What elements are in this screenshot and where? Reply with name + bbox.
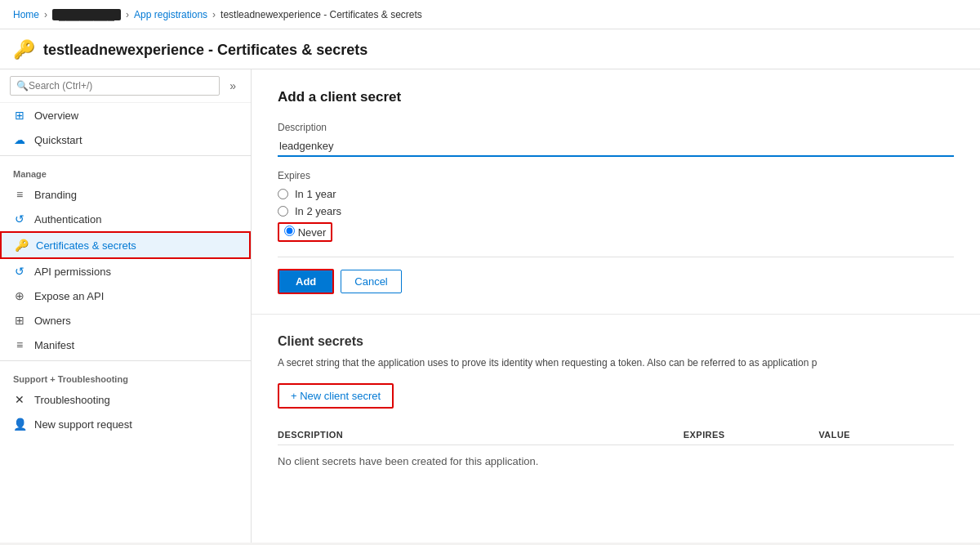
table-empty-message: No client secrets have been created for … <box>278 445 954 477</box>
sidebar-search-area: 🔍 » <box>0 69 251 103</box>
sidebar-item-api-permissions[interactable]: ↺ API permissions <box>0 259 251 284</box>
client-secrets-desc: A secret string that the application use… <box>278 355 954 370</box>
sidebar-collapse-button[interactable]: » <box>225 78 241 94</box>
breadcrumb-sep-3: › <box>212 9 216 20</box>
sidebar-item-label-quickstart: Quickstart <box>34 134 82 146</box>
sidebar-item-troubleshooting[interactable]: ✕ Troubleshooting <box>0 387 251 412</box>
client-secrets-title: Client secrets <box>278 334 954 349</box>
page-title: testleadnewexperience - Certificates & s… <box>43 42 368 59</box>
breadcrumb-sep-2: › <box>126 9 129 20</box>
sidebar-item-label-authentication: Authentication <box>34 213 101 226</box>
description-label: Description <box>278 122 954 133</box>
sidebar-item-expose-api[interactable]: ⊕ Expose an API <box>0 284 251 308</box>
radio-never: Never <box>278 222 954 242</box>
radio-2years-label: In 2 years <box>295 205 341 217</box>
content-area: Add a client secret Description Expires … <box>252 69 980 543</box>
sidebar-item-certificates[interactable]: 🔑 Certificates & secrets <box>0 231 251 259</box>
authentication-icon: ↺ <box>13 212 26 226</box>
sidebar-item-manifest[interactable]: ≡ Manifest <box>0 333 251 357</box>
manifest-icon: ≡ <box>13 338 26 351</box>
breadcrumb-app-registrations[interactable]: App registrations <box>134 9 207 20</box>
expires-label: Expires <box>278 170 954 181</box>
breadcrumb-masked: ████████ <box>52 9 121 20</box>
search-input[interactable] <box>10 76 220 96</box>
sidebar-section-support: Support + Troubleshooting <box>0 364 251 387</box>
sidebar-item-label-overview: Overview <box>34 109 78 122</box>
sidebar-divider-1 <box>0 155 251 156</box>
add-button[interactable]: Add <box>278 269 334 294</box>
branding-icon: ≡ <box>13 188 26 201</box>
new-client-secret-button[interactable]: + New client secret <box>278 383 394 409</box>
search-icon: 🔍 <box>16 80 29 92</box>
radio-2years: In 2 years <box>278 205 954 217</box>
col-header-expires: EXPIRES <box>684 430 819 440</box>
sidebar-item-label-new-support: New support request <box>34 418 132 431</box>
sidebar-item-new-support[interactable]: 👤 New support request <box>0 412 251 436</box>
add-secret-title: Add a client secret <box>278 89 954 105</box>
new-support-icon: 👤 <box>13 418 26 431</box>
sidebar-item-owners[interactable]: ⊞ Owners <box>0 308 251 333</box>
owners-icon: ⊞ <box>13 314 26 327</box>
description-field: Description <box>278 122 954 157</box>
form-button-row: Add Cancel <box>278 269 954 294</box>
main-layout: 🔍 » ⊞ Overview ☁ Quickstart Manage ≡ Bra… <box>0 69 980 543</box>
sidebar: 🔍 » ⊞ Overview ☁ Quickstart Manage ≡ Bra… <box>0 69 252 543</box>
expires-section: Expires In 1 year In 2 years Never <box>278 170 954 242</box>
overview-icon: ⊞ <box>13 109 26 122</box>
col-header-description: DESCRIPTION <box>278 430 684 440</box>
sidebar-section-manage: Manage <box>0 159 251 182</box>
table-header: DESCRIPTION EXPIRES VALUE <box>278 425 954 445</box>
quickstart-icon: ☁ <box>13 133 26 146</box>
form-divider <box>278 257 954 257</box>
breadcrumb-bar: Home › ████████ › App registrations › te… <box>0 0 980 29</box>
radio-1year-input[interactable] <box>278 189 288 199</box>
breadcrumb-home[interactable]: Home <box>13 9 39 20</box>
certificates-icon: 🔑 <box>15 239 28 252</box>
sidebar-item-label-troubleshooting: Troubleshooting <box>34 394 110 406</box>
col-header-value: VALUE <box>818 430 954 440</box>
sidebar-item-branding[interactable]: ≡ Branding <box>0 182 251 207</box>
radio-never-label: Never <box>298 226 327 239</box>
radio-never-input[interactable] <box>284 226 295 236</box>
sidebar-item-label-api-permissions: API permissions <box>34 266 111 278</box>
page-header-icon: 🔑 <box>13 39 35 60</box>
add-client-secret-panel: Add a client secret Description Expires … <box>252 69 980 315</box>
sidebar-item-label-certificates: Certificates & secrets <box>36 239 136 252</box>
breadcrumb-current: testleadnewexperience - Certificates & s… <box>220 9 422 20</box>
sidebar-item-label-branding: Branding <box>34 189 77 201</box>
radio-2years-input[interactable] <box>278 206 288 217</box>
troubleshooting-icon: ✕ <box>13 393 26 406</box>
radio-never-highlight: Never <box>278 222 332 242</box>
sidebar-item-overview[interactable]: ⊞ Overview <box>0 103 251 127</box>
sidebar-item-authentication[interactable]: ↺ Authentication <box>0 207 251 231</box>
description-input[interactable] <box>278 136 954 157</box>
expose-api-icon: ⊕ <box>13 289 26 302</box>
sidebar-divider-2 <box>0 360 251 361</box>
radio-1year: In 1 year <box>278 188 954 200</box>
client-secrets-panel: Client secrets A secret string that the … <box>252 315 980 497</box>
cancel-button[interactable]: Cancel <box>341 270 401 293</box>
sidebar-item-label-manifest: Manifest <box>34 339 74 351</box>
api-permissions-icon: ↺ <box>13 265 26 278</box>
page-header: 🔑 testleadnewexperience - Certificates &… <box>0 29 980 69</box>
sidebar-item-quickstart[interactable]: ☁ Quickstart <box>0 127 251 152</box>
sidebar-item-label-expose-api: Expose an API <box>34 290 104 302</box>
sidebar-item-label-owners: Owners <box>34 315 71 327</box>
breadcrumb-sep-1: › <box>44 9 47 20</box>
radio-1year-label: In 1 year <box>295 188 336 200</box>
